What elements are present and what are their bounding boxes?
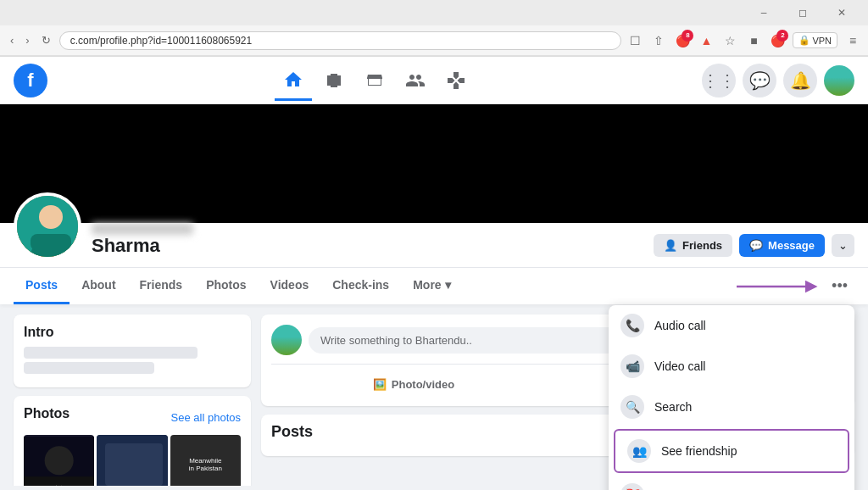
watch-icon: [324, 70, 344, 91]
message-button-label: Message: [768, 239, 815, 252]
profile-info-row: Sharma 👤 Friends 💬 Message ⌄: [0, 223, 868, 267]
profile-tabs-wrapper: Posts About Friends Photos Videos Check-…: [0, 267, 868, 304]
tab-more[interactable]: More ▾: [401, 268, 462, 304]
nav-gaming[interactable]: [437, 60, 475, 101]
flag-icon: 🚩: [620, 483, 644, 486]
forward-button[interactable]: ›: [22, 31, 32, 50]
minimize-button[interactable]: –: [744, 0, 783, 25]
dropdown-audio-call[interactable]: 📞 Audio call: [609, 305, 854, 346]
messenger-icon[interactable]: 💬: [743, 64, 776, 97]
see-friendship-label: See friendship: [661, 444, 737, 458]
back-button[interactable]: ‹: [7, 31, 17, 50]
star-icon[interactable]: ☆: [721, 32, 738, 49]
profile-avatar: [14, 192, 81, 260]
dropdown-see-friendship[interactable]: 👥 See friendship: [614, 429, 849, 473]
nav-home[interactable]: [275, 60, 312, 101]
left-column: Intro Photos See all photos ph: [14, 315, 251, 486]
maximize-button[interactable]: ◻: [783, 0, 822, 25]
photos-card: Photos See all photos photo: [14, 396, 251, 486]
dropdown-video-call[interactable]: 📹 Video call: [609, 346, 854, 387]
extensions-icon[interactable]: 🔴 8: [674, 32, 691, 49]
nav-notif-badge: 2: [776, 30, 788, 42]
tab-checkins[interactable]: Check-ins: [320, 268, 401, 304]
dropdown-find-support[interactable]: 🚩 Find support or report: [609, 475, 854, 486]
see-all-photos-link[interactable]: See all photos: [171, 411, 241, 424]
extensions-puzzle-icon[interactable]: ■: [745, 32, 762, 49]
warning-icon[interactable]: ▲: [698, 32, 715, 49]
profile-name-area: Sharma: [81, 223, 654, 260]
refresh-button[interactable]: ↻: [38, 31, 54, 50]
dropdown-menu: 📞 Audio call 📹 Video call 🔍 Search 👥 See…: [609, 305, 854, 486]
tab-videos[interactable]: Videos: [259, 268, 321, 304]
notifications-icon[interactable]: 🔔: [783, 64, 817, 97]
home-icon: [283, 70, 303, 90]
dropdown-search[interactable]: 🔍 Search: [609, 387, 854, 427]
search-label: Search: [654, 400, 692, 414]
tab-about[interactable]: About: [70, 268, 127, 304]
extension-badge: 8: [682, 30, 693, 42]
intro-blur-2: [24, 362, 154, 374]
window-controls: – ◻ ✕: [744, 0, 861, 25]
profile-tabs: Posts About Friends Photos Videos Check-…: [0, 267, 868, 304]
composer-avatar: [271, 325, 302, 355]
friends-icon: 👤: [664, 239, 677, 252]
nav-groups[interactable]: [397, 60, 434, 101]
intro-blur-1: [24, 347, 198, 359]
message-button[interactable]: 💬 Message: [739, 234, 825, 257]
fb-logo: f: [14, 64, 47, 97]
close-button[interactable]: ✕: [822, 0, 861, 25]
notifications-nav-icon[interactable]: 🔴 2: [769, 32, 786, 49]
photo-thumb-2: [97, 435, 167, 486]
groups-icon: [405, 70, 426, 91]
nav-marketplace[interactable]: [356, 60, 393, 101]
chevron-more-icon: ▾: [445, 278, 451, 292]
search-icon: 🔍: [620, 395, 644, 419]
facebook-page: f ⋮⋮ 💬 🔔: [0, 57, 868, 486]
three-dots-button[interactable]: •••: [825, 270, 854, 302]
profile-name: Sharma: [92, 235, 654, 257]
tab-friends[interactable]: Friends: [128, 268, 195, 304]
vpn-button[interactable]: 🔒 VPN: [793, 32, 837, 48]
video-icon: 📹: [620, 354, 644, 378]
nav-watch[interactable]: [315, 60, 353, 101]
name-blur-top: [92, 223, 193, 235]
user-avatar-nav[interactable]: [824, 65, 854, 96]
profile-actions: 👤 Friends 💬 Message ⌄: [654, 234, 854, 260]
address-text: c.com/profile.php?id=100011608065921: [70, 35, 611, 47]
photos-title: Photos: [24, 406, 70, 421]
svg-rect-11: [105, 443, 163, 486]
tab-photos[interactable]: Photos: [194, 268, 258, 304]
photo-video-button[interactable]: 🖼️ Photo/video: [271, 373, 556, 396]
svg-text:photo: photo: [53, 484, 65, 486]
arrow-svg: [737, 276, 821, 297]
share-icon[interactable]: ⇧: [650, 32, 667, 49]
apps-grid-icon[interactable]: ⋮⋮: [702, 64, 736, 97]
fb-logo-area: f: [14, 64, 47, 97]
photo-svg-2: [97, 435, 167, 486]
ellipsis-icon: •••: [832, 277, 848, 295]
cover-photo: [0, 104, 868, 223]
intro-card: Intro: [14, 315, 251, 387]
tab-posts[interactable]: Posts: [14, 268, 70, 304]
photo-text: Meanwhilein Pakistan: [186, 454, 225, 476]
fb-nav-right: ⋮⋮ 💬 🔔: [702, 64, 854, 97]
arrow-annotation: [737, 276, 821, 297]
svg-point-7: [45, 446, 74, 475]
menu-icon[interactable]: ≡: [844, 32, 861, 49]
marketplace-icon: [364, 70, 385, 91]
browser-nav-icons: ☐ ⇧ 🔴 8 ▲ ☆ ■ 🔴 2 🔒 VPN ≡: [626, 32, 861, 49]
svg-point-1: [39, 205, 63, 229]
more-actions-button[interactable]: ⌄: [832, 234, 854, 257]
audio-call-label: Audio call: [654, 319, 706, 332]
friends-button[interactable]: 👤 Friends: [654, 234, 732, 257]
friends-button-label: Friends: [682, 239, 722, 252]
photo-svg-1: photo: [24, 435, 94, 486]
photo-thumb-3: Meanwhilein Pakistan: [170, 435, 241, 486]
gaming-icon: [446, 70, 466, 91]
address-bar[interactable]: c.com/profile.php?id=100011608065921: [59, 31, 622, 50]
avatar-image: [17, 196, 78, 257]
chevron-down-icon: ⌄: [838, 239, 848, 252]
messenger-btn-icon: 💬: [749, 239, 763, 252]
cast-icon[interactable]: ☐: [626, 32, 643, 49]
video-call-label: Video call: [654, 359, 705, 373]
